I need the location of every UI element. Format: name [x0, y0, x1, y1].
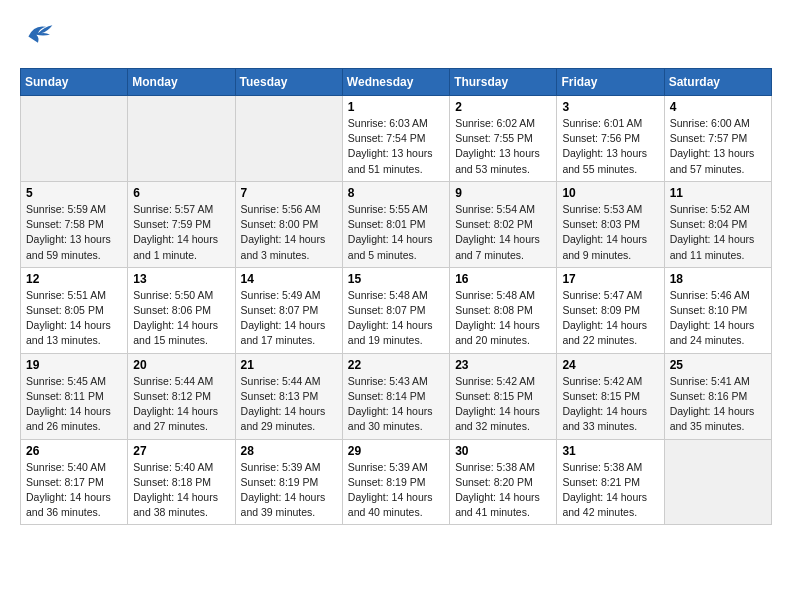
page-header — [20, 20, 772, 52]
day-number: 26 — [26, 444, 122, 458]
day-number: 24 — [562, 358, 658, 372]
day-info: Sunrise: 5:54 AMSunset: 8:02 PMDaylight:… — [455, 202, 551, 263]
day-info: Sunrise: 5:48 AMSunset: 8:07 PMDaylight:… — [348, 288, 444, 349]
day-number: 10 — [562, 186, 658, 200]
calendar-cell: 15Sunrise: 5:48 AMSunset: 8:07 PMDayligh… — [342, 267, 449, 353]
day-info: Sunrise: 5:50 AMSunset: 8:06 PMDaylight:… — [133, 288, 229, 349]
day-info: Sunrise: 5:57 AMSunset: 7:59 PMDaylight:… — [133, 202, 229, 263]
calendar-cell — [235, 96, 342, 182]
day-number: 25 — [670, 358, 766, 372]
day-number: 2 — [455, 100, 551, 114]
day-number: 29 — [348, 444, 444, 458]
calendar-header-row: SundayMondayTuesdayWednesdayThursdayFrid… — [21, 69, 772, 96]
day-info: Sunrise: 6:02 AMSunset: 7:55 PMDaylight:… — [455, 116, 551, 177]
day-number: 13 — [133, 272, 229, 286]
day-number: 5 — [26, 186, 122, 200]
day-info: Sunrise: 5:47 AMSunset: 8:09 PMDaylight:… — [562, 288, 658, 349]
calendar-cell: 28Sunrise: 5:39 AMSunset: 8:19 PMDayligh… — [235, 439, 342, 525]
day-of-week-header: Monday — [128, 69, 235, 96]
calendar-cell: 20Sunrise: 5:44 AMSunset: 8:12 PMDayligh… — [128, 353, 235, 439]
day-number: 12 — [26, 272, 122, 286]
day-info: Sunrise: 5:49 AMSunset: 8:07 PMDaylight:… — [241, 288, 337, 349]
day-info: Sunrise: 5:44 AMSunset: 8:13 PMDaylight:… — [241, 374, 337, 435]
day-number: 14 — [241, 272, 337, 286]
day-info: Sunrise: 6:03 AMSunset: 7:54 PMDaylight:… — [348, 116, 444, 177]
calendar-cell — [664, 439, 771, 525]
calendar-cell: 31Sunrise: 5:38 AMSunset: 8:21 PMDayligh… — [557, 439, 664, 525]
day-info: Sunrise: 5:39 AMSunset: 8:19 PMDaylight:… — [241, 460, 337, 521]
day-number: 30 — [455, 444, 551, 458]
calendar-cell: 6Sunrise: 5:57 AMSunset: 7:59 PMDaylight… — [128, 181, 235, 267]
day-number: 20 — [133, 358, 229, 372]
day-info: Sunrise: 5:40 AMSunset: 8:18 PMDaylight:… — [133, 460, 229, 521]
day-number: 18 — [670, 272, 766, 286]
calendar-cell: 2Sunrise: 6:02 AMSunset: 7:55 PMDaylight… — [450, 96, 557, 182]
day-number: 8 — [348, 186, 444, 200]
day-number: 16 — [455, 272, 551, 286]
day-info: Sunrise: 5:44 AMSunset: 8:12 PMDaylight:… — [133, 374, 229, 435]
calendar-cell: 25Sunrise: 5:41 AMSunset: 8:16 PMDayligh… — [664, 353, 771, 439]
calendar-cell — [128, 96, 235, 182]
calendar-week-row: 1Sunrise: 6:03 AMSunset: 7:54 PMDaylight… — [21, 96, 772, 182]
day-number: 3 — [562, 100, 658, 114]
day-number: 22 — [348, 358, 444, 372]
calendar-cell: 22Sunrise: 5:43 AMSunset: 8:14 PMDayligh… — [342, 353, 449, 439]
day-number: 23 — [455, 358, 551, 372]
calendar-week-row: 26Sunrise: 5:40 AMSunset: 8:17 PMDayligh… — [21, 439, 772, 525]
day-number: 19 — [26, 358, 122, 372]
calendar-cell: 24Sunrise: 5:42 AMSunset: 8:15 PMDayligh… — [557, 353, 664, 439]
calendar-week-row: 5Sunrise: 5:59 AMSunset: 7:58 PMDaylight… — [21, 181, 772, 267]
logo — [20, 20, 54, 52]
calendar-cell: 30Sunrise: 5:38 AMSunset: 8:20 PMDayligh… — [450, 439, 557, 525]
calendar-cell: 7Sunrise: 5:56 AMSunset: 8:00 PMDaylight… — [235, 181, 342, 267]
day-number: 6 — [133, 186, 229, 200]
day-info: Sunrise: 5:42 AMSunset: 8:15 PMDaylight:… — [455, 374, 551, 435]
day-number: 11 — [670, 186, 766, 200]
calendar-cell: 29Sunrise: 5:39 AMSunset: 8:19 PMDayligh… — [342, 439, 449, 525]
day-info: Sunrise: 5:51 AMSunset: 8:05 PMDaylight:… — [26, 288, 122, 349]
day-info: Sunrise: 5:52 AMSunset: 8:04 PMDaylight:… — [670, 202, 766, 263]
calendar-table: SundayMondayTuesdayWednesdayThursdayFrid… — [20, 68, 772, 525]
day-info: Sunrise: 5:38 AMSunset: 8:20 PMDaylight:… — [455, 460, 551, 521]
calendar-cell: 13Sunrise: 5:50 AMSunset: 8:06 PMDayligh… — [128, 267, 235, 353]
day-info: Sunrise: 5:55 AMSunset: 8:01 PMDaylight:… — [348, 202, 444, 263]
day-info: Sunrise: 5:45 AMSunset: 8:11 PMDaylight:… — [26, 374, 122, 435]
day-number: 7 — [241, 186, 337, 200]
day-info: Sunrise: 5:40 AMSunset: 8:17 PMDaylight:… — [26, 460, 122, 521]
day-of-week-header: Saturday — [664, 69, 771, 96]
calendar-cell: 10Sunrise: 5:53 AMSunset: 8:03 PMDayligh… — [557, 181, 664, 267]
calendar-cell: 12Sunrise: 5:51 AMSunset: 8:05 PMDayligh… — [21, 267, 128, 353]
day-number: 27 — [133, 444, 229, 458]
day-info: Sunrise: 5:42 AMSunset: 8:15 PMDaylight:… — [562, 374, 658, 435]
calendar-cell: 8Sunrise: 5:55 AMSunset: 8:01 PMDaylight… — [342, 181, 449, 267]
day-info: Sunrise: 5:41 AMSunset: 8:16 PMDaylight:… — [670, 374, 766, 435]
day-number: 4 — [670, 100, 766, 114]
calendar-cell: 16Sunrise: 5:48 AMSunset: 8:08 PMDayligh… — [450, 267, 557, 353]
calendar-cell: 17Sunrise: 5:47 AMSunset: 8:09 PMDayligh… — [557, 267, 664, 353]
calendar-cell: 18Sunrise: 5:46 AMSunset: 8:10 PMDayligh… — [664, 267, 771, 353]
day-info: Sunrise: 5:53 AMSunset: 8:03 PMDaylight:… — [562, 202, 658, 263]
day-info: Sunrise: 5:48 AMSunset: 8:08 PMDaylight:… — [455, 288, 551, 349]
day-info: Sunrise: 5:59 AMSunset: 7:58 PMDaylight:… — [26, 202, 122, 263]
calendar-cell: 1Sunrise: 6:03 AMSunset: 7:54 PMDaylight… — [342, 96, 449, 182]
day-info: Sunrise: 5:56 AMSunset: 8:00 PMDaylight:… — [241, 202, 337, 263]
day-info: Sunrise: 6:00 AMSunset: 7:57 PMDaylight:… — [670, 116, 766, 177]
day-of-week-header: Tuesday — [235, 69, 342, 96]
calendar-cell: 21Sunrise: 5:44 AMSunset: 8:13 PMDayligh… — [235, 353, 342, 439]
day-number: 1 — [348, 100, 444, 114]
calendar-cell: 23Sunrise: 5:42 AMSunset: 8:15 PMDayligh… — [450, 353, 557, 439]
day-number: 9 — [455, 186, 551, 200]
day-info: Sunrise: 6:01 AMSunset: 7:56 PMDaylight:… — [562, 116, 658, 177]
calendar-cell: 9Sunrise: 5:54 AMSunset: 8:02 PMDaylight… — [450, 181, 557, 267]
calendar-week-row: 19Sunrise: 5:45 AMSunset: 8:11 PMDayligh… — [21, 353, 772, 439]
day-info: Sunrise: 5:38 AMSunset: 8:21 PMDaylight:… — [562, 460, 658, 521]
day-number: 15 — [348, 272, 444, 286]
logo-icon — [22, 20, 54, 48]
calendar-week-row: 12Sunrise: 5:51 AMSunset: 8:05 PMDayligh… — [21, 267, 772, 353]
calendar-cell: 26Sunrise: 5:40 AMSunset: 8:17 PMDayligh… — [21, 439, 128, 525]
calendar-cell: 5Sunrise: 5:59 AMSunset: 7:58 PMDaylight… — [21, 181, 128, 267]
day-info: Sunrise: 5:39 AMSunset: 8:19 PMDaylight:… — [348, 460, 444, 521]
calendar-cell: 27Sunrise: 5:40 AMSunset: 8:18 PMDayligh… — [128, 439, 235, 525]
day-number: 17 — [562, 272, 658, 286]
day-of-week-header: Friday — [557, 69, 664, 96]
